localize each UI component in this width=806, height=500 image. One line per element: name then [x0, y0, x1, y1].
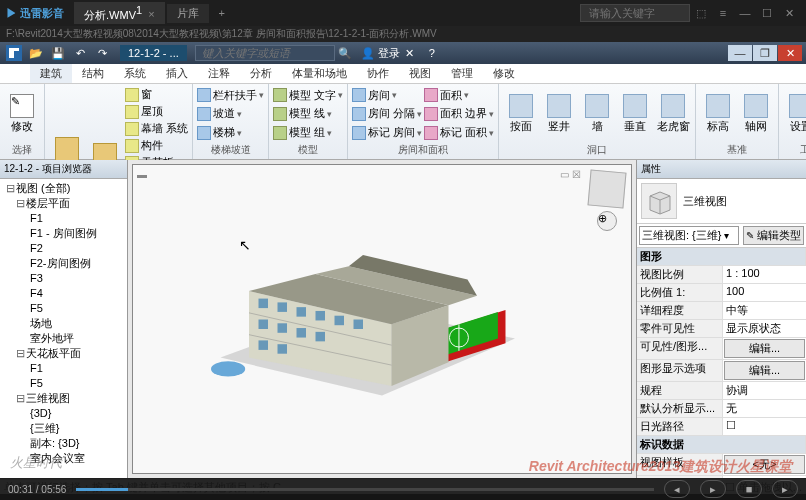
tree-node[interactable]: F3	[2, 271, 125, 286]
tree-node[interactable]: 副本: {3D}	[2, 436, 125, 451]
viewport-3d[interactable]: ⊕ ▬ ▭ ☒	[128, 160, 636, 478]
tree-node[interactable]: F5	[2, 376, 125, 391]
player-search-input[interactable]	[580, 4, 690, 22]
property-row[interactable]: 图形	[637, 248, 806, 266]
tree-node[interactable]: F2-房间图例	[2, 256, 125, 271]
tree-node[interactable]: F5	[2, 301, 125, 316]
modify-button[interactable]: ✎修改	[4, 86, 40, 142]
view-controls[interactable]: ▭ ☒	[560, 169, 581, 180]
qat-redo-icon[interactable]: ↷	[92, 45, 112, 61]
player-tab-1[interactable]: 分析.WMV1×	[74, 2, 165, 25]
qat-open-icon[interactable]: 📂	[26, 45, 46, 61]
ribbon-item[interactable]: 窗	[125, 86, 188, 103]
ribbon-tab[interactable]: 协作	[357, 64, 399, 83]
close-icon[interactable]: ✕	[778, 7, 800, 20]
ribbon-item[interactable]: 栏杆扶手 ▾	[197, 87, 264, 104]
qat-save-icon[interactable]: 💾	[48, 45, 68, 61]
next-button[interactable]: ▸	[772, 480, 798, 498]
stop-button[interactable]: ■	[736, 480, 762, 498]
type-selector[interactable]: 三维视图: {三维} ▾	[639, 226, 739, 245]
viewcube[interactable]	[587, 169, 626, 208]
ribbon-item[interactable]: 老虎窗	[655, 86, 691, 142]
ribbon-tab[interactable]: 结构	[72, 64, 114, 83]
ribbon-item[interactable]: 面积 ▾	[424, 87, 494, 104]
ribbon-item[interactable]: 模型 文字 ▾	[273, 87, 343, 104]
tree-node[interactable]: F1	[2, 211, 125, 226]
ribbon-item[interactable]: 面积 边界 ▾	[424, 105, 494, 122]
nav-wheel-icon[interactable]: ⊕	[597, 211, 617, 231]
property-row[interactable]: 详细程度中等	[637, 302, 806, 320]
close-icon[interactable]: ×	[148, 8, 154, 20]
ribbon-tab[interactable]: 插入	[156, 64, 198, 83]
ribbon-item[interactable]: 屋顶	[125, 103, 188, 120]
qat-undo-icon[interactable]: ↶	[70, 45, 90, 61]
tree-node[interactable]: ⊟视图 (全部)	[2, 181, 125, 196]
ribbon-item[interactable]: 标记 面积 ▾	[424, 124, 494, 141]
ribbon-tab[interactable]: 建筑	[30, 64, 72, 83]
skin-icon[interactable]: ⬚	[690, 7, 712, 20]
property-row[interactable]: 比例值 1:100	[637, 284, 806, 302]
ribbon-item[interactable]: 竖井	[541, 86, 577, 142]
tree-node[interactable]: F1	[2, 361, 125, 376]
tree-node[interactable]: {3D}	[2, 406, 125, 421]
document-tab[interactable]: 12-1-2 - ...	[120, 45, 187, 61]
properties-grid[interactable]: 图形视图比例1 : 100比例值 1:100详细程度中等零件可见性显示原状态可见…	[637, 248, 806, 478]
help-search-input[interactable]	[195, 45, 335, 61]
play-button[interactable]: ▸	[700, 480, 726, 498]
add-tab-button[interactable]: +	[211, 7, 233, 19]
ribbon-item[interactable]: 墙	[579, 86, 615, 142]
ribbon-item[interactable]: 标高	[700, 86, 736, 142]
ribbon-item[interactable]: 垂直	[617, 86, 653, 142]
signin-link[interactable]: 👤 登录	[361, 46, 400, 61]
search-icon[interactable]: 🔍	[335, 45, 355, 61]
ribbon-item[interactable]: 按面	[503, 86, 539, 142]
ribbon-tab[interactable]: 分析	[240, 64, 282, 83]
property-row[interactable]: 日光路径☐	[637, 418, 806, 436]
player-tab-2[interactable]: 片库	[167, 4, 209, 23]
ribbon-item[interactable]: 模型 线 ▾	[273, 105, 343, 122]
menu-icon[interactable]: ≡	[712, 7, 734, 19]
tree-node[interactable]: ⊟天花板平面	[2, 346, 125, 361]
minimize-icon[interactable]: —	[734, 7, 756, 19]
view-minimize-icon[interactable]: ▬	[137, 169, 147, 180]
ribbon-item[interactable]: 房间 分隔 ▾	[352, 105, 422, 122]
prev-button[interactable]: ◂	[664, 480, 690, 498]
ribbon-item[interactable]: 房间 ▾	[352, 87, 422, 104]
ribbon-item[interactable]: 构件	[125, 137, 188, 154]
ribbon-item[interactable]: 幕墙 系统	[125, 120, 188, 137]
ribbon-item[interactable]: 轴网	[738, 86, 774, 142]
ribbon-item[interactable]: 模型 组 ▾	[273, 124, 343, 141]
property-row[interactable]: 规程协调	[637, 382, 806, 400]
player-progress[interactable]	[76, 488, 654, 491]
ribbon-tab[interactable]: 视图	[399, 64, 441, 83]
property-row[interactable]: 零件可见性显示原状态	[637, 320, 806, 338]
exchange-icon[interactable]: ✕	[400, 45, 420, 61]
tree-node[interactable]: 室外地坪	[2, 331, 125, 346]
property-row[interactable]: 标识数据	[637, 436, 806, 454]
tree-node[interactable]: ⊟楼层平面	[2, 196, 125, 211]
app-minimize-button[interactable]: —	[728, 45, 752, 61]
help-icon[interactable]: ?	[422, 45, 442, 61]
ribbon-item[interactable]: 设置	[783, 86, 806, 142]
ribbon-item[interactable]: 标记 房间 ▾	[352, 124, 422, 141]
edit-type-button[interactable]: ✎ 编辑类型	[743, 226, 804, 245]
tree-node[interactable]: 场地	[2, 316, 125, 331]
tree-node[interactable]: F1 - 房间图例	[2, 226, 125, 241]
property-row[interactable]: 图形显示选项编辑...	[637, 360, 806, 382]
property-row[interactable]: 可见性/图形...编辑...	[637, 338, 806, 360]
ribbon-tab[interactable]: 修改	[483, 64, 525, 83]
maximize-icon[interactable]: ☐	[756, 7, 778, 20]
ribbon-tab[interactable]: 注释	[198, 64, 240, 83]
ribbon-item[interactable]: 楼梯 ▾	[197, 124, 264, 141]
property-row[interactable]: 默认分析显示...无	[637, 400, 806, 418]
tree-node[interactable]: F4	[2, 286, 125, 301]
tree-node[interactable]: F2	[2, 241, 125, 256]
property-row[interactable]: 视图比例1 : 100	[637, 266, 806, 284]
app-restore-button[interactable]: ❐	[753, 45, 777, 61]
ribbon-item[interactable]: 坡道 ▾	[197, 105, 264, 122]
ribbon-tab[interactable]: 体量和场地	[282, 64, 357, 83]
ribbon-tab[interactable]: 系统	[114, 64, 156, 83]
tree-node[interactable]: ⊟三维视图	[2, 391, 125, 406]
app-menu-button[interactable]	[4, 45, 24, 61]
app-close-button[interactable]: ✕	[778, 45, 802, 61]
